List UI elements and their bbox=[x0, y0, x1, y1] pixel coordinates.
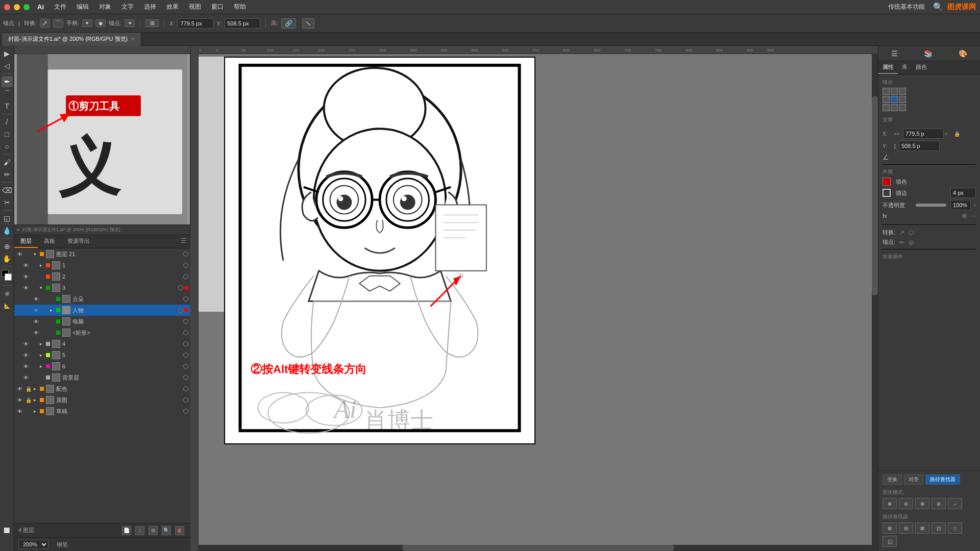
vis-icon-rect[interactable]: 👁 bbox=[33, 329, 40, 336]
circle-bg[interactable] bbox=[183, 375, 188, 380]
vis-icon-original[interactable]: 👁 bbox=[16, 396, 23, 404]
shape-unite-btn[interactable]: ⊕ bbox=[883, 498, 897, 509]
gradient-tool[interactable]: ◱ bbox=[2, 213, 13, 224]
artboard-tool[interactable]: ⊞ bbox=[2, 288, 13, 299]
layer-row-person[interactable]: 👁 ▸ 人物 bbox=[14, 305, 190, 316]
search-icon[interactable]: 🔍 bbox=[933, 2, 943, 12]
eyedropper-tool[interactable]: 💧 bbox=[2, 225, 13, 236]
expand-6[interactable]: ▸ bbox=[40, 364, 45, 369]
horizontal-scrollbar[interactable] bbox=[199, 545, 878, 551]
preview-close-icon[interactable]: ✕ bbox=[16, 228, 20, 233]
maximize-button[interactable] bbox=[23, 4, 30, 10]
x-input[interactable] bbox=[178, 18, 213, 29]
anchor-tr[interactable] bbox=[899, 88, 906, 95]
layer-tab-layers[interactable]: 图层 bbox=[14, 235, 38, 248]
ruler-guide-tool[interactable]: 📐 bbox=[2, 300, 13, 311]
shape-intersect-btn[interactable]: ⊗ bbox=[915, 498, 929, 509]
zoom-tool[interactable]: ⊕ bbox=[2, 241, 13, 252]
link-btn[interactable]: 🔗 bbox=[281, 18, 296, 29]
anchor-mc[interactable] bbox=[891, 96, 898, 103]
expand-original[interactable]: ▸ bbox=[34, 397, 39, 403]
lock-icon-original[interactable]: 🔒 bbox=[25, 396, 32, 404]
anchor-bl[interactable] bbox=[883, 104, 890, 111]
fill-color-swatch[interactable] bbox=[883, 178, 891, 186]
canvas-area[interactable]: -10 0 50 100 150 200 250 300 350 400 450… bbox=[190, 46, 878, 551]
expand-draft[interactable]: ▸ bbox=[34, 409, 39, 414]
lock-edit-icon[interactable]: ✏ bbox=[899, 239, 904, 246]
shape-expand-btn[interactable]: → bbox=[948, 498, 962, 509]
layer-row-cloud[interactable]: 👁 云朵 bbox=[14, 293, 190, 305]
right-tab-color[interactable]: 颜色 bbox=[912, 61, 931, 74]
finder-crop-btn[interactable]: ⊡ bbox=[932, 522, 946, 534]
select-tool[interactable]: ▶ bbox=[2, 48, 13, 59]
handle-btn1[interactable]: ✦ bbox=[82, 19, 92, 27]
transform-icon2[interactable]: ⬡ bbox=[909, 229, 914, 236]
circle-cloud[interactable] bbox=[183, 296, 188, 302]
expand-21[interactable]: ▾ bbox=[34, 252, 39, 257]
menu-effects[interactable]: 效果 bbox=[162, 2, 183, 12]
finder-trim-btn[interactable]: ⊟ bbox=[899, 522, 913, 534]
canvas-content[interactable]: Ai 肖博士 ②按Alt键转变线条方向 bbox=[199, 54, 878, 551]
vis-icon-2[interactable]: 👁 bbox=[22, 273, 30, 280]
active-tab[interactable]: 封面-演示源文件1.ai* @ 200% (RGB/GPU 预览) ✕ bbox=[2, 33, 141, 46]
x-lock-icon[interactable]: 🔒 bbox=[954, 131, 960, 137]
tab-align[interactable]: 对齐 bbox=[904, 474, 923, 485]
y-input[interactable] bbox=[225, 18, 260, 29]
brush-tool[interactable]: 🖌 bbox=[2, 157, 13, 168]
vis-icon-computer[interactable]: 👁 bbox=[33, 318, 40, 325]
vis-icon-person[interactable]: 👁 bbox=[33, 307, 40, 314]
vis-icon-1[interactable]: 👁 bbox=[22, 262, 30, 269]
shape-minus-btn[interactable]: ⊖ bbox=[899, 498, 913, 509]
menu-text[interactable]: 文字 bbox=[117, 2, 138, 12]
finder-merge-btn[interactable]: ⊠ bbox=[915, 522, 929, 534]
vertical-scrollbar[interactable] bbox=[872, 46, 878, 545]
circle-21[interactable] bbox=[183, 252, 188, 257]
delete-layer-btn[interactable]: 🗑 bbox=[175, 526, 184, 535]
layer-row-6[interactable]: 👁 ▸ 6 bbox=[14, 361, 190, 372]
eraser-tool[interactable]: ⌫ bbox=[2, 185, 13, 196]
library-icon[interactable]: 📚 bbox=[924, 49, 933, 58]
x-coord-input[interactable] bbox=[903, 129, 944, 139]
tab-close-btn[interactable]: ✕ bbox=[131, 36, 135, 42]
circle-3[interactable] bbox=[178, 285, 183, 290]
anchor-tl[interactable] bbox=[883, 88, 890, 95]
anchor-br[interactable] bbox=[899, 104, 906, 111]
anchor-mr[interactable] bbox=[899, 96, 906, 103]
opacity-input[interactable] bbox=[950, 200, 971, 210]
right-tab-properties[interactable]: 属性 bbox=[878, 61, 898, 74]
expand-color[interactable]: ▸ bbox=[34, 386, 39, 391]
anchor-btn1[interactable]: ✦ bbox=[125, 19, 135, 27]
right-tab-library[interactable]: 库 bbox=[898, 61, 912, 74]
finder-minus-back-btn[interactable]: ◱ bbox=[883, 536, 897, 547]
vis-icon-6[interactable]: 👁 bbox=[22, 363, 30, 370]
zoom-select[interactable]: 200%100%50% bbox=[18, 540, 48, 549]
finder-outline-btn[interactable]: □ bbox=[948, 522, 962, 534]
stroke-width-input[interactable] bbox=[950, 188, 976, 198]
menu-window[interactable]: 窗口 bbox=[207, 2, 228, 12]
tab-transform[interactable]: 变换 bbox=[883, 474, 902, 485]
pencil-tool[interactable]: ✏ bbox=[2, 169, 13, 180]
circle-rect[interactable] bbox=[183, 330, 188, 335]
expand-4[interactable]: ▸ bbox=[40, 341, 45, 346]
x-expand-icon[interactable]: ≡ bbox=[945, 131, 948, 137]
circle-6[interactable] bbox=[183, 364, 188, 369]
preview-canvas[interactable]: 义 ①剪刀工具 bbox=[14, 54, 190, 224]
menu-edit[interactable]: 编辑 bbox=[72, 2, 93, 12]
properties-icon[interactable]: ☰ bbox=[891, 49, 898, 58]
direct-select-tool[interactable]: ◁ bbox=[2, 60, 13, 71]
find-layer-btn[interactable]: 🔍 bbox=[162, 526, 171, 535]
layer-row-draft[interactable]: 👁 ▸ 草稿 bbox=[14, 406, 190, 417]
rect-tool[interactable]: □ bbox=[2, 129, 13, 140]
circle-1[interactable] bbox=[183, 263, 188, 268]
move-layer-btn[interactable]: ↕ bbox=[135, 526, 144, 535]
layers-menu-btn[interactable]: ☰ bbox=[177, 235, 190, 248]
menu-select[interactable]: 选择 bbox=[140, 2, 160, 12]
align-btn[interactable]: ⊞ bbox=[145, 19, 159, 27]
layer-tab-export[interactable]: 资源导出 bbox=[61, 235, 96, 248]
anchor-tc[interactable] bbox=[891, 88, 898, 95]
scissors-tool[interactable]: ✂ bbox=[2, 197, 13, 208]
menu-file[interactable]: 文件 bbox=[50, 2, 70, 12]
screen-mode-btn[interactable]: ⬜ bbox=[1, 524, 12, 536]
layer-row-1[interactable]: 👁 ▸ 1 bbox=[14, 260, 190, 271]
layer-row-color[interactable]: 👁 🔒 ▸ 配色 bbox=[14, 383, 190, 394]
